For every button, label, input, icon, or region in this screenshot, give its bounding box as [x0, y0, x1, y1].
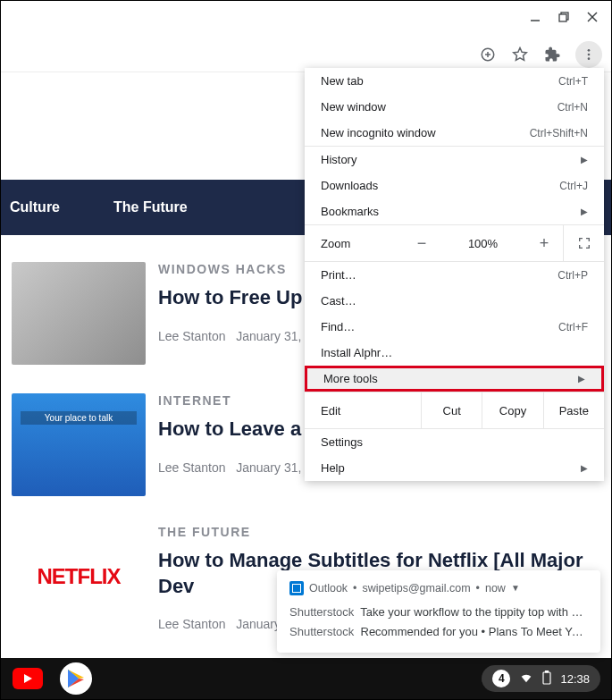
menu-more-tools[interactable]: More tools▶: [305, 366, 604, 392]
menu-find[interactable]: Find…Ctrl+F: [305, 314, 604, 340]
add-to-desktop-icon[interactable]: [479, 46, 497, 63]
menu-edit: Edit Cut Copy Paste: [305, 392, 604, 429]
notif-app: Outlook: [309, 582, 348, 595]
menu-downloads[interactable]: DownloadsCtrl+J: [305, 173, 604, 198]
youtube-app[interactable]: [12, 662, 44, 695]
menu-history[interactable]: History▶: [305, 147, 604, 173]
notif-email: swipetips@gmail.com: [362, 582, 470, 595]
paste-button[interactable]: Paste: [543, 392, 604, 428]
menu-install[interactable]: Install Alphr…: [305, 340, 604, 366]
zoom-out-button[interactable]: −: [403, 234, 440, 253]
menu-incognito[interactable]: New incognito windowCtrl+Shift+N: [305, 120, 604, 146]
shelf: 4 12:38: [1, 658, 611, 699]
menu-new-window[interactable]: New windowCtrl+N: [305, 94, 604, 120]
chevron-right-icon: ▶: [581, 463, 588, 473]
play-store-app[interactable]: [60, 662, 92, 695]
article-title: How to Leave a D: [158, 417, 321, 443]
minimize-icon[interactable]: [529, 11, 541, 27]
menu-zoom: Zoom − 100% +: [305, 224, 604, 262]
copy-button[interactable]: Copy: [482, 392, 542, 428]
nav-culture[interactable]: Culture: [10, 199, 60, 215]
notif-line: Shutterstock Take your workflow to the t…: [289, 603, 588, 622]
chrome-menu: New tabCtrl+T New windowCtrl+N New incog…: [305, 68, 604, 481]
menu-new-tab[interactable]: New tabCtrl+T: [305, 68, 604, 94]
notif-time: now: [485, 582, 506, 595]
article-category: INTERNET: [158, 393, 321, 408]
close-icon[interactable]: [586, 11, 599, 27]
star-icon[interactable]: [511, 46, 529, 63]
menu-cast[interactable]: Cast…: [305, 288, 604, 314]
extensions-icon[interactable]: [543, 46, 561, 63]
article-meta: Lee Stanton January 31, 20: [158, 329, 321, 343]
svg-rect-12: [543, 672, 550, 684]
chevron-right-icon: ▶: [581, 155, 588, 164]
menu-settings[interactable]: Settings: [305, 429, 604, 455]
notification-card[interactable]: Outlook • swipetips@gmail.com • now ▼ Sh…: [277, 570, 600, 653]
outlook-icon: [289, 581, 304, 595]
wifi-icon: [519, 670, 533, 687]
article-category: WINDOWS HACKS: [158, 262, 321, 276]
fullscreen-button[interactable]: [563, 225, 604, 261]
notif-line: Shutterstock Recommended for you • Plans…: [289, 622, 588, 642]
menu-bookmarks[interactable]: Bookmarks▶: [305, 198, 604, 224]
nav-future[interactable]: The Future: [113, 199, 188, 215]
system-tray[interactable]: 4 12:38: [482, 665, 600, 692]
article-thumb: [12, 262, 146, 365]
svg-point-10: [588, 57, 591, 60]
maximize-icon[interactable]: [558, 11, 570, 27]
notif-count: 4: [492, 670, 510, 687]
battery-icon: [542, 670, 551, 687]
chevron-down-icon[interactable]: ▼: [511, 583, 520, 593]
zoom-in-button[interactable]: +: [525, 234, 563, 253]
article-thumb: [12, 393, 146, 496]
svg-rect-2: [559, 14, 566, 21]
clock: 12:38: [560, 672, 590, 686]
article-thumb: NETFLIX: [12, 525, 146, 628]
chevron-right-icon: ▶: [578, 374, 585, 384]
article-category: THE FUTURE: [158, 525, 600, 539]
zoom-level: 100%: [440, 237, 525, 250]
menu-help[interactable]: Help▶: [305, 455, 604, 481]
svg-point-9: [588, 53, 591, 55]
svg-rect-13: [546, 670, 549, 672]
chevron-right-icon: ▶: [581, 207, 588, 216]
cut-button[interactable]: Cut: [421, 392, 482, 428]
menu-print[interactable]: Print…Ctrl+P: [305, 262, 604, 288]
article-title: How to Free Up S: [158, 285, 321, 311]
more-button[interactable]: [575, 41, 602, 68]
article-meta: Lee Stanton January 31, 20: [158, 460, 321, 475]
svg-point-8: [588, 49, 591, 52]
